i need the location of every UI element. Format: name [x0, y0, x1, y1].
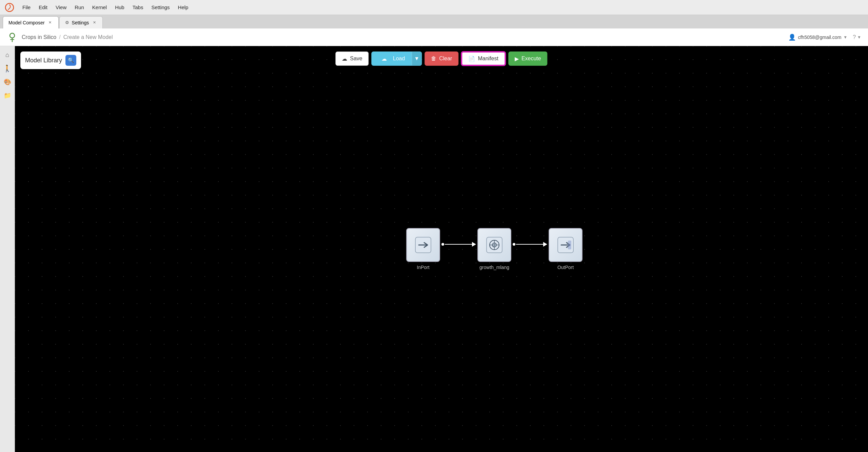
svg-rect-7	[568, 241, 571, 249]
load-button[interactable]: ☁ Load ▼	[372, 52, 422, 66]
menu-bar: File Edit View Run Kernel Hub Tabs Setti…	[0, 0, 868, 15]
model-library-label: Model Library	[25, 57, 62, 64]
manifest-icon: 📄	[468, 56, 475, 62]
load-label: Load	[393, 56, 405, 62]
manifest-button[interactable]: 📄 Manifest	[461, 52, 505, 66]
sidebar-icon-brush[interactable]: 🎨	[1, 76, 14, 88]
nav-bar: Crops in Silico / Create a New Model 👤 c…	[0, 28, 868, 46]
inport-label: InPort	[417, 265, 429, 270]
main-container: ⌂ 🚶 🎨 📁 Model Library 🔍 ☁ Save ☁ Load ▼	[0, 46, 868, 452]
clear-button[interactable]: 🗑 Clear	[425, 52, 458, 66]
sidebar-icon-home[interactable]: ⌂	[1, 49, 14, 61]
tab-bar: Model Composer ✕ ⚙ Settings ✕	[0, 15, 868, 28]
menu-run[interactable]: Run	[71, 3, 87, 12]
menu-view[interactable]: View	[52, 3, 70, 12]
svg-point-1	[10, 33, 15, 38]
menu-edit[interactable]: Edit	[35, 3, 51, 12]
breadcrumb-separator: /	[59, 34, 60, 40]
user-dropdown-icon: ▼	[843, 35, 847, 40]
sidebar: ⌂ 🚶 🎨 📁	[0, 46, 15, 452]
breadcrumb-current: Create a New Model	[63, 34, 113, 40]
model-library-panel: Model Library 🔍	[20, 52, 81, 69]
sidebar-icon-run[interactable]: 🚶	[1, 62, 14, 75]
clear-icon: 🗑	[431, 56, 436, 62]
outport-box[interactable]	[549, 228, 583, 262]
inport-box[interactable]	[406, 228, 440, 262]
menu-file[interactable]: File	[19, 3, 34, 12]
growth-box[interactable]	[477, 228, 511, 262]
manifest-label: Manifest	[478, 56, 498, 62]
save-icon: ☁	[342, 56, 347, 62]
settings-tab-icon: ⚙	[65, 20, 69, 25]
nav-left: Crops in Silico / Create a New Model	[7, 32, 113, 43]
execute-icon: ▶	[515, 56, 519, 62]
tab-model-composer-label: Model Composer	[8, 20, 45, 25]
flow-arrow-2	[513, 242, 547, 247]
tab-model-composer[interactable]: Model Composer ✕	[3, 16, 59, 28]
growth-label: growth_mlang	[479, 265, 509, 270]
model-library-search-button[interactable]: 🔍	[65, 55, 76, 66]
save-button[interactable]: ☁ Save	[335, 52, 369, 66]
tab-settings-close[interactable]: ✕	[92, 20, 97, 25]
nav-logo	[7, 32, 18, 43]
execute-button[interactable]: ▶ Execute	[508, 52, 548, 66]
menu-help[interactable]: Help	[175, 3, 192, 12]
canvas-area[interactable]: Model Library 🔍 ☁ Save ☁ Load ▼ 🗑 Clear	[15, 46, 868, 452]
load-icon: ☁	[381, 56, 387, 62]
flow-node-inport[interactable]: InPort	[406, 228, 440, 270]
save-label: Save	[350, 56, 362, 62]
nav-right: 👤 cfh5058@gmail.com ▼ ? ▼	[788, 34, 861, 41]
breadcrumb: Crops in Silico / Create a New Model	[22, 34, 113, 40]
toolbar: ☁ Save ☁ Load ▼ 🗑 Clear 📄 Manifest ▶	[335, 52, 547, 66]
tab-settings[interactable]: ⚙ Settings ✕	[59, 16, 103, 28]
clear-label: Clear	[439, 56, 452, 62]
flow-arrow-1	[441, 242, 476, 247]
tab-settings-label: Settings	[72, 20, 89, 25]
menu-settings[interactable]: Settings	[148, 3, 173, 12]
menu-hub[interactable]: Hub	[112, 3, 128, 12]
user-email: cfh5058@gmail.com	[798, 35, 841, 40]
flow-node-growth[interactable]: growth_mlang	[477, 228, 511, 270]
user-icon: 👤	[788, 34, 796, 41]
execute-label: Execute	[521, 56, 541, 62]
menu-tabs[interactable]: Tabs	[129, 3, 147, 12]
breadcrumb-root[interactable]: Crops in Silico	[22, 34, 56, 40]
app-logo	[4, 2, 15, 13]
flow-node-outport[interactable]: OutPort	[549, 228, 583, 270]
search-icon: 🔍	[68, 57, 74, 63]
load-dropdown[interactable]: ▼	[412, 52, 421, 65]
help-dropdown-icon: ▼	[857, 35, 861, 40]
flow-diagram: InPort growth_ml	[406, 228, 583, 270]
tab-model-composer-close[interactable]: ✕	[47, 20, 53, 25]
menu-kernel[interactable]: Kernel	[89, 3, 110, 12]
user-account[interactable]: 👤 cfh5058@gmail.com ▼	[788, 34, 847, 41]
outport-label: OutPort	[557, 265, 574, 270]
help-button[interactable]: ? ▼	[853, 34, 861, 40]
help-icon: ?	[853, 34, 856, 40]
sidebar-icon-folder[interactable]: 📁	[1, 89, 14, 102]
